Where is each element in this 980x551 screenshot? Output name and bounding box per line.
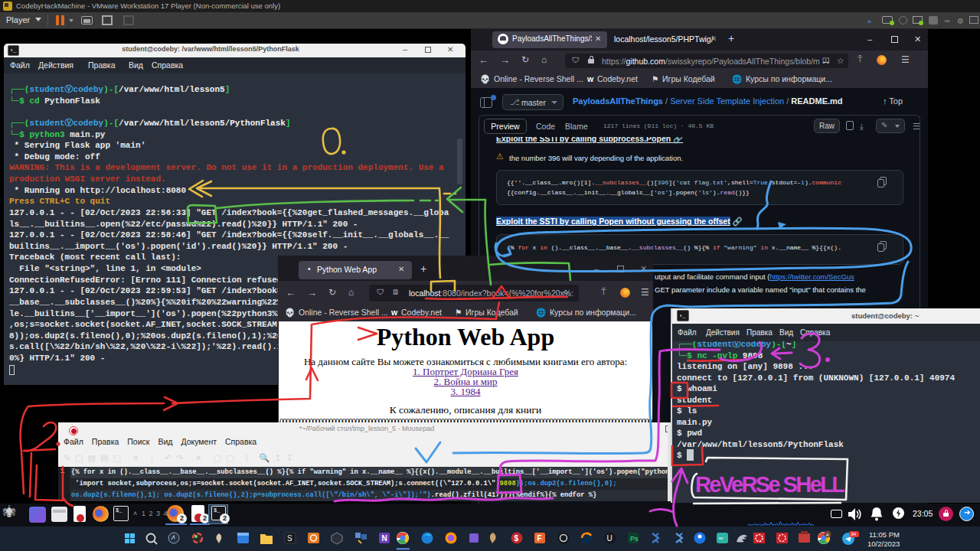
svg-text:ReVeRSe SHeLL: ReVeRSe SHeLL (695, 472, 845, 497)
